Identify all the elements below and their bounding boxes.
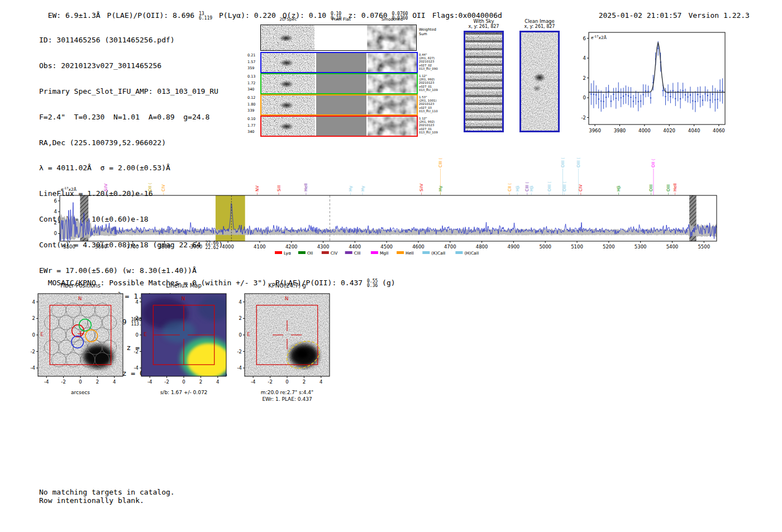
fiber-positions-panel: Fiber Positions NE-4-2024-4-2024 arcsecs	[20, 280, 137, 406]
clean-image-title: Clean Image	[512, 18, 568, 24]
svg-text:4: 4	[32, 299, 35, 305]
svg-text:5400: 5400	[666, 244, 679, 250]
clean-image	[519, 31, 560, 132]
spec2d-cutouts: 2D Spec Pixel Flat Smoothed WeightedSum0…	[260, 17, 461, 145]
svg-text:3800: 3800	[159, 244, 171, 250]
info-primary-spec: Primary Spec_Slot_IFU_AMP: 013_103_019_R…	[39, 87, 227, 96]
kpno-cutout-panel: KPNO(24.7) g NE-4-2024-4-2024 m:20.0 re:…	[226, 280, 344, 406]
with-sky-xy: x, y: 261, 827	[456, 24, 512, 29]
fiber-positions-plot: NE-4-2024-4-2024	[20, 289, 137, 391]
svg-text:3900: 3900	[190, 244, 202, 250]
svg-text:N: N	[78, 296, 82, 301]
svg-text:HeII: HeII	[673, 183, 678, 191]
spec2d-row-stats: 0.101.77340	[247, 116, 259, 136]
mosaic-plae-range: 0.550.36	[367, 279, 378, 288]
info-id: ID: 3011465256 (3011465256.pdf)	[39, 36, 227, 45]
svg-text:4: 4	[216, 379, 219, 385]
svg-text:N: N	[285, 296, 289, 301]
svg-text:-2: -2	[268, 379, 272, 385]
svg-text:MgII: MgII	[380, 251, 389, 256]
spec2d-row	[260, 73, 418, 94]
weighted-sum-label: WeightedSum	[419, 28, 452, 36]
svg-text:Hγ: Hγ	[360, 185, 365, 191]
svg-text:CIV: CIV	[331, 251, 338, 256]
svg-text:4000: 4000	[222, 244, 234, 250]
spec2d-row-annotation: 1.53"(261, 1001)20210123v027_03013_RU_11…	[419, 95, 455, 113]
svg-text:OIII: OIII	[649, 184, 654, 191]
clean-image-source-blob	[521, 32, 558, 131]
kpno-caption-2: EWr: 1. PLAE: 0.437	[233, 396, 341, 402]
svg-text:4800: 4800	[476, 244, 488, 250]
fiber-xlabel: arcsecs	[27, 390, 134, 395]
header-datetime: 2025-01-02 21:01:57	[599, 11, 682, 20]
svg-text:4: 4	[113, 379, 116, 385]
svg-text:(K)CaII: (K)CaII	[431, 251, 445, 256]
svg-text:NV: NV	[255, 185, 260, 191]
svg-text:e-17x2Å: e-17x2Å	[591, 35, 607, 40]
sky-bands-overlay	[465, 32, 502, 131]
svg-text:3980: 3980	[614, 128, 626, 133]
kpno-caption-1: m:20.0 re:2.7" s:4.4"	[233, 390, 341, 395]
svg-text:-2: -2	[61, 379, 65, 385]
svg-text:0: 0	[54, 231, 57, 236]
svg-text:3600: 3600	[95, 244, 107, 250]
spec2d-row	[260, 25, 417, 51]
svg-text:OIII (: OIII (	[560, 157, 565, 167]
svg-text:4400: 4400	[349, 244, 361, 250]
mosaic-plae-lo: 0.36	[367, 284, 378, 288]
svg-text:2: 2	[96, 379, 99, 385]
svg-text:E: E	[40, 332, 44, 337]
kpno-title: KPNO(24.7) g	[245, 282, 330, 289]
fiber-positions-title: Fiber Positions	[38, 282, 123, 289]
spec2d-row-annotation: 1.12"(261, 992)20210123v027_01013_RU_109	[419, 74, 455, 92]
svg-text:CIV: CIV	[161, 184, 166, 191]
svg-text:(H)CaII: (H)CaII	[464, 251, 479, 256]
footer-no-match: No matching targets in catalog.	[39, 488, 175, 496]
spec2d-row	[260, 52, 418, 73]
spec2d-row-stats: 0.211.57359	[247, 52, 259, 72]
svg-text:SiII: SiII	[276, 185, 282, 191]
footer-blank-row: Row intentionally blank.	[39, 496, 144, 505]
svg-text:4: 4	[54, 209, 57, 214]
svg-text:Hβ: Hβ	[616, 185, 621, 191]
svg-text:2: 2	[136, 315, 139, 321]
header-timestamp: 2025-01-02 21:01:57Version 1.22.3	[590, 3, 750, 20]
clean-image-xy: x, y: 261, 827	[512, 24, 568, 29]
svg-text:5500: 5500	[698, 244, 710, 250]
svg-text:0: 0	[79, 379, 82, 385]
svg-text:2: 2	[199, 379, 202, 385]
kpno-plot: NE-4-2024-4-2024	[226, 289, 344, 391]
svg-text:4000: 4000	[638, 128, 651, 133]
svg-text:-2: -2	[581, 115, 586, 121]
spec2d-row	[260, 94, 418, 116]
svg-text:-2: -2	[31, 349, 35, 354]
svg-text:OIII (: OIII (	[547, 181, 552, 191]
svg-text:4600: 4600	[412, 244, 425, 250]
svg-text:OIII: OIII	[666, 184, 671, 191]
spec2d-header-2dspec: 2D Spec	[261, 17, 315, 22]
spec2d-header-pixelflat: Pixel Flat	[316, 17, 366, 22]
svg-text:Hγ: Hγ	[348, 185, 353, 191]
svg-text:4100: 4100	[254, 244, 266, 250]
svg-text:-4: -4	[147, 379, 152, 385]
svg-text:-2: -2	[164, 379, 169, 385]
svg-text:OII (: OII (	[147, 183, 152, 191]
svg-text:4040: 4040	[688, 128, 700, 133]
svg-text:0: 0	[182, 379, 185, 385]
svg-text:4900: 4900	[508, 244, 520, 250]
svg-text:CIV: CIV	[578, 184, 583, 191]
svg-text:4: 4	[583, 55, 586, 61]
svg-text:3960: 3960	[589, 128, 601, 133]
svg-text:0: 0	[32, 332, 35, 338]
svg-text:4: 4	[136, 299, 139, 305]
svg-text:E: E	[247, 332, 250, 337]
svg-text:-4: -4	[251, 379, 255, 385]
svg-text:3500: 3500	[63, 244, 75, 250]
spec2d-row-stats: 0.121.80339	[247, 95, 259, 114]
svg-text:4020: 4020	[663, 128, 675, 133]
svg-text:5100: 5100	[571, 244, 583, 250]
svg-text:-2: -2	[237, 349, 242, 354]
svg-text:-4: -4	[237, 365, 242, 371]
info-radec: RA,Dec (225.100739,52.966022)	[39, 138, 227, 147]
svg-text:2: 2	[54, 220, 57, 226]
